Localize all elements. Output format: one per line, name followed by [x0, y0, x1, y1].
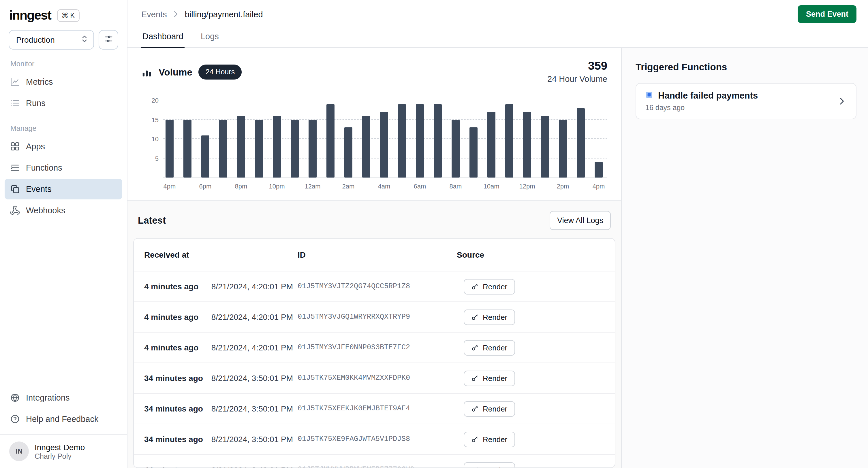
content: Volume 24 Hours 359 24 Hour Volume 20151… [127, 48, 868, 468]
volume-bar[interactable] [577, 108, 585, 177]
column-header-id: ID [298, 250, 457, 259]
volume-bar[interactable] [469, 127, 477, 177]
inngest-logo: inngest [9, 8, 51, 23]
volume-card: Volume 24 Hours 359 24 Hour Volume 20151… [127, 48, 621, 201]
table-row[interactable]: 4 minutes ago8/21/2024, 4:20:01 PM 01J5T… [134, 332, 615, 363]
volume-bar[interactable] [505, 104, 513, 177]
x-axis-label: 4pm [163, 183, 176, 190]
absolute-time: 8/21/2024, 4:20:01 PM [211, 282, 293, 291]
volume-total: 359 [547, 59, 607, 73]
environment-settings-button[interactable] [99, 30, 118, 49]
sidebar-item-label: Webhooks [26, 206, 65, 215]
table-row[interactable]: 4 minutes ago8/21/2024, 4:20:01 PM 01J5T… [134, 301, 615, 332]
metrics-icon [10, 77, 20, 87]
volume-bar[interactable] [201, 135, 209, 177]
volume-bar[interactable] [487, 112, 495, 177]
tab-logs[interactable]: Logs [199, 27, 220, 48]
y-axis-label: 20 [152, 97, 159, 104]
event-id: 01J5TMY3VJGQ1WRYRRXQXTRYP9 [298, 313, 457, 321]
function-card[interactable]: Handle failed payments 16 days ago [636, 83, 857, 119]
source-render-button[interactable]: Render [464, 370, 515, 386]
table-row[interactable]: 44 minutes ago8/21/2024, 3:40:01 PM 01J5… [134, 454, 615, 468]
volume-bar[interactable] [344, 127, 352, 177]
render-icon [471, 283, 479, 290]
sidebar-item-label: Events [26, 185, 52, 194]
view-all-logs-button[interactable]: View All Logs [550, 211, 611, 230]
sidebar-item-label: Apps [26, 142, 45, 151]
volume-bar[interactable] [380, 112, 388, 177]
integrations-icon [10, 393, 20, 403]
environment-selector[interactable]: Production [9, 30, 94, 49]
absolute-time: 8/21/2024, 3:50:01 PM [211, 404, 293, 413]
source-label: Render [483, 313, 507, 321]
volume-bar[interactable] [273, 116, 281, 177]
volume-bar[interactable] [595, 162, 603, 177]
volume-bar[interactable] [362, 116, 370, 177]
source-render-button[interactable]: Render [464, 401, 515, 416]
render-icon [471, 435, 479, 443]
volume-bar[interactable] [183, 120, 191, 177]
chevrons-up-down-icon [80, 35, 89, 45]
volume-bar[interactable] [255, 120, 263, 177]
avatar: IN [9, 441, 29, 461]
sidebar-manage-section: Manage Apps Functions [0, 114, 127, 221]
sidebar-item-label: Metrics [26, 77, 53, 87]
source-render-button[interactable]: Render [464, 309, 515, 325]
volume-chart-xlabels: 4pm6pm8pm10pm12am2am4am6am8am10am12pm2pm… [163, 178, 607, 192]
absolute-time: 8/21/2024, 3:50:01 PM [211, 373, 293, 383]
volume-bar[interactable] [434, 104, 442, 177]
source-render-button[interactable]: Render [464, 462, 515, 468]
event-id: 01J5TMY3VJTZ2QG74QCC5RP1Z8 [298, 282, 457, 291]
topbar: Events billing/payment.failed Send Event [127, 0, 868, 25]
app-window: inngest ⌘ K Production [0, 0, 868, 468]
triggered-functions-title: Triggered Functions [636, 62, 857, 73]
send-event-button[interactable]: Send Event [798, 5, 857, 23]
source-render-button[interactable]: Render [464, 340, 515, 355]
sidebar-item-help-feedback[interactable]: Help and Feedback [5, 409, 122, 429]
function-name: Handle failed payments [658, 91, 758, 101]
volume-bar[interactable] [165, 120, 174, 177]
x-axis-label: 2pm [557, 183, 569, 190]
sidebar-item-events[interactable]: Events [5, 179, 122, 199]
volume-bar[interactable] [219, 120, 227, 177]
x-axis-label: 8pm [235, 183, 247, 190]
volume-bar[interactable] [541, 116, 549, 177]
sidebar-item-integrations[interactable]: Integrations [5, 387, 122, 408]
sidebar-item-webhooks[interactable]: Webhooks [5, 200, 122, 221]
table-row[interactable]: 34 minutes ago8/21/2024, 3:50:01 PM 01J5… [134, 424, 615, 454]
volume-bar[interactable] [416, 104, 424, 177]
tab-dashboard[interactable]: Dashboard [141, 27, 185, 48]
user-name: Inngest Demo [35, 442, 85, 452]
y-axis-label: 15 [152, 116, 159, 123]
volume-bar[interactable] [327, 104, 335, 177]
sidebar-item-label: Functions [26, 163, 62, 172]
time-range-badge[interactable]: 24 Hours [199, 65, 242, 79]
sidebar-item-apps[interactable]: Apps [5, 136, 122, 157]
source-render-button[interactable]: Render [464, 431, 515, 447]
sidebar-item-label: Integrations [26, 393, 70, 402]
volume-bar[interactable] [398, 104, 406, 177]
volume-bar[interactable] [559, 120, 567, 177]
volume-bar[interactable] [237, 116, 245, 177]
x-axis-label: 6pm [199, 183, 212, 190]
tab-bar: Dashboard Logs [127, 27, 868, 48]
relative-time: 4 minutes ago [144, 282, 198, 291]
user-menu[interactable]: IN Inngest Demo Charly Poly [0, 434, 127, 468]
source-render-button[interactable]: Render [464, 279, 515, 294]
source-label: Render [483, 282, 507, 291]
sidebar-item-functions[interactable]: Functions [5, 157, 122, 178]
volume-bar[interactable] [291, 120, 299, 177]
x-axis-label: 8am [450, 183, 462, 190]
table-row[interactable]: 34 minutes ago8/21/2024, 3:50:01 PM 01J5… [134, 363, 615, 393]
absolute-time: 8/21/2024, 3:40:01 PM [211, 465, 293, 468]
sidebar-item-metrics[interactable]: Metrics [5, 71, 122, 92]
volume-bar[interactable] [523, 112, 531, 177]
event-id: 01J5TK75XEEKJK0EMJBTET9AF4 [298, 405, 457, 413]
command-k-shortcut[interactable]: ⌘ K [57, 9, 79, 22]
sidebar-item-runs[interactable]: Runs [5, 93, 122, 113]
breadcrumb-events-link[interactable]: Events [141, 9, 167, 19]
volume-bar[interactable] [309, 120, 317, 177]
table-row[interactable]: 34 minutes ago8/21/2024, 3:50:01 PM 01J5… [134, 393, 615, 424]
table-row[interactable]: 4 minutes ago8/21/2024, 4:20:01 PM 01J5T… [134, 271, 615, 301]
volume-bar[interactable] [452, 120, 460, 177]
